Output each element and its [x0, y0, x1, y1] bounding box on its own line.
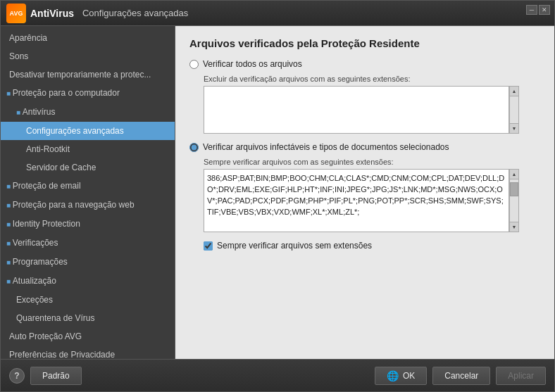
help-button[interactable]: ?	[9, 368, 25, 384]
sidebar-label-programacoes: Programações	[13, 257, 68, 267]
extensions-scroll-up[interactable]: ▲	[510, 170, 518, 179]
exclude-extensions-wrapper: ▲ ▼	[204, 86, 519, 134]
sidebar-item-excecoes[interactable]: Exceções	[1, 291, 175, 309]
expand-icon-web: ■	[6, 201, 13, 209]
default-button[interactable]: Padrão	[30, 367, 82, 385]
sidebar-item-programacoes[interactable]: ■ Programações	[1, 253, 175, 272]
always-verify-label: Sempre verificar arquivos com as seguint…	[204, 158, 540, 166]
sidebar-item-servidor-cache[interactable]: Servidor de Cache	[1, 158, 175, 177]
sidebar-item-antivirus[interactable]: ■ Antivírus	[1, 103, 175, 122]
sidebar-label-protecao-web: Proteção para a navegação web	[13, 200, 135, 210]
expand-icon-atualizacao: ■	[6, 277, 13, 285]
main-area: Aparência Sons Desativar temporariamente…	[1, 26, 554, 359]
sidebar-item-protecao-web[interactable]: ■ Proteção para a navegação web	[1, 196, 175, 215]
content-area: Arquivos verificados pela Proteção Resid…	[175, 26, 554, 359]
extensions-display: 386;ASP;BAT;BIN;BMP;BOO;CHM;CLA;CLAS*;CM…	[204, 169, 509, 232]
sidebar-item-quarentena[interactable]: Quarentena de Vírus	[1, 309, 175, 327]
ok-button[interactable]: 🌐 OK	[375, 367, 427, 385]
sidebar-label-atualizacao: Atualização	[13, 276, 56, 286]
checkbox-no-extension[interactable]	[204, 241, 213, 251]
checkbox-no-extension-label: Sempre verificar arquivos sem extensões	[217, 241, 372, 251]
titlebar: AVG AntiVirus Configurações avançadas ─ …	[1, 1, 554, 26]
cancel-button[interactable]: Cancelar	[432, 367, 490, 385]
expand-icon-protecao: ■	[6, 89, 13, 97]
close-button[interactable]: ✕	[539, 5, 550, 15]
apply-button[interactable]: Aplicar	[496, 367, 546, 385]
radio-all-files-input[interactable]	[189, 60, 199, 69]
exclude-label: Excluir da verificação arquivos com as s…	[204, 75, 540, 83]
exclude-scroll-up[interactable]: ▲	[510, 87, 518, 96]
sidebar-label-protecao-computador: Proteção para o computador	[13, 88, 120, 98]
sidebar-item-protecao-computador[interactable]: ■ Proteção para o computador	[1, 84, 175, 103]
expand-icon-email: ■	[6, 182, 13, 190]
app-logo-area: AVG AntiVirus	[6, 4, 74, 23]
avg-logo-text: AVG	[10, 10, 23, 17]
bottombar: ? Padrão 🌐 OK Cancelar Aplicar	[1, 359, 554, 391]
exclude-vscroll: ▲ ▼	[509, 86, 519, 134]
expand-icon-antivirus: ■	[16, 108, 23, 116]
extensions-scroll-thumb[interactable]	[510, 182, 518, 196]
app-name: AntiVirus	[30, 8, 74, 19]
sidebar-item-sons[interactable]: Sons	[1, 47, 175, 65]
window-controls: ─ ✕	[526, 5, 550, 15]
sidebar-item-aparenca[interactable]: Aparência	[1, 29, 175, 47]
extensions-container: 386;ASP;BAT;BIN;BMP;BOO;CHM;CLA;CLAS*;CM…	[204, 169, 540, 232]
sidebar-item-anti-rootkit[interactable]: Anti-Rootkit	[1, 140, 175, 158]
sidebar: Aparência Sons Desativar temporariamente…	[1, 26, 175, 359]
radio-infected-input[interactable]	[189, 143, 199, 152]
radio-infected-option[interactable]: Verificar arquivos infectáveis e tipos d…	[189, 142, 540, 152]
ok-globe-icon: 🌐	[387, 370, 399, 381]
sidebar-item-verificacoes[interactable]: ■ Verificações	[1, 234, 175, 253]
main-window: AVG AntiVirus Configurações avançadas ─ …	[0, 0, 555, 392]
avg-logo: AVG	[6, 4, 26, 23]
sidebar-label-protecao-email: Proteção de email	[13, 181, 81, 191]
sidebar-item-config-avancadas[interactable]: Configurações avançadas	[1, 122, 175, 140]
sidebar-label-identity: Identity Protection	[13, 219, 80, 229]
exclude-scroll-down[interactable]: ▼	[510, 123, 518, 133]
expand-icon-programacoes: ■	[6, 258, 13, 266]
expand-icon-identity: ■	[6, 220, 13, 228]
expand-icon-verificacoes: ■	[6, 239, 13, 247]
radio-all-files-label: Verificar todos os arquivos	[203, 59, 302, 69]
radio-all-files-option[interactable]: Verificar todos os arquivos	[189, 59, 540, 69]
radio-infected-label: Verificar arquivos infectáveis e tipos d…	[203, 142, 449, 152]
ok-label: OK	[403, 371, 415, 381]
exclude-extensions-input[interactable]	[204, 86, 509, 134]
extensions-vscroll: ▲ ▼	[509, 169, 519, 232]
exclude-extensions-container: ▲ ▼	[204, 86, 540, 134]
window-title: Configurações avançadas	[82, 8, 188, 18]
sidebar-item-preferencias[interactable]: Preferências de Privacidade	[1, 346, 175, 359]
sidebar-item-auto-protecao[interactable]: Auto Proteção AVG	[1, 327, 175, 346]
extensions-wrapper: 386;ASP;BAT;BIN;BMP;BOO;CHM;CLA;CLAS*;CM…	[204, 169, 519, 232]
extensions-scroll-down[interactable]: ▼	[510, 222, 518, 232]
sidebar-item-desativar[interactable]: Desativar temporariamente a protec...	[1, 65, 175, 84]
page-title: Arquivos verificados pela Proteção Resid…	[189, 37, 540, 49]
sidebar-label-verificacoes: Verificações	[13, 238, 58, 248]
sidebar-item-identity-protection[interactable]: ■ Identity Protection	[1, 215, 175, 234]
minimize-button[interactable]: ─	[526, 5, 537, 15]
checkbox-no-extension-row: Sempre verificar arquivos sem extensões	[204, 241, 540, 251]
sidebar-label-antivirus: Antivírus	[23, 107, 56, 117]
sidebar-item-protecao-email[interactable]: ■ Proteção de email	[1, 177, 175, 196]
sidebar-item-atualizacao[interactable]: ■ Atualização	[1, 272, 175, 291]
